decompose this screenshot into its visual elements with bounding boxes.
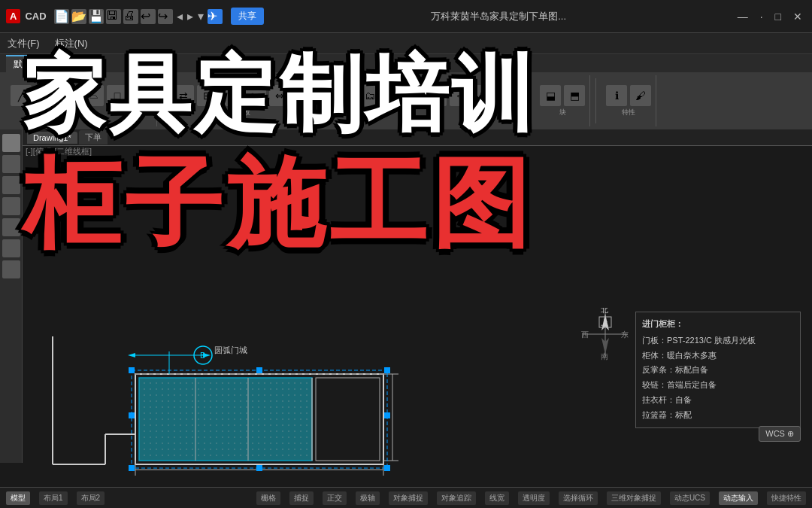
draw-icons: ╱ ⌒ ○ ⌓ □ ▦ [11,85,152,106]
text-icon[interactable]: T [426,85,447,106]
circle-icon[interactable]: ○ [59,85,80,106]
svg-text:东: 东 [621,330,629,339]
maximize-button[interactable]: □ [771,9,785,24]
window-title: 万科莱茵半岛家具定制下单图... [264,10,734,23]
divider3 [415,78,416,123]
status-bar: 模型 布局1 布局2 栅格 捕捉 正交 极轴 对象捕捉 对象追踪 线宽 透明度 … [0,487,812,508]
block-label: 块 [559,108,566,117]
snap-toggle[interactable]: 捕捉 [289,491,314,505]
polar-toggle[interactable]: 极轴 [356,491,380,505]
properties-icon[interactable]: ℹ [606,85,627,106]
down-arrow[interactable]: ▾ [196,9,205,23]
copy-icon[interactable]: ⊞ [197,85,218,106]
ortho-toggle[interactable]: 正交 [323,491,347,505]
send-icon[interactable]: ✈ [208,9,223,24]
modify-label: 修改 [237,108,250,117]
status-layout2[interactable]: 布局2 [77,491,105,505]
dyninput-toggle[interactable]: 动态输入 [719,491,758,505]
minimize-button[interactable]: — [734,9,752,24]
dynucs-toggle[interactable]: 动态UCS [670,491,710,505]
close-button[interactable]: ✕ [789,9,806,24]
app-logo: A [6,9,20,23]
menu-file[interactable]: 文件(F) [5,35,43,52]
ribbon-tab-plugin[interactable]: 插件 [41,55,74,71]
dim-icon[interactable]: ↔ [450,85,471,106]
rect-icon[interactable]: □ [107,85,128,106]
rotate-icon[interactable]: ↻ [221,85,242,106]
modify-icons: ⇄ ⊞ ↻ ✂ ⇔ ⤢ [173,85,314,106]
info-title: 进门柜柜： [642,317,794,332]
menu-annotation[interactable]: 标注(N) [52,35,91,52]
tool-circle[interactable] [2,197,20,215]
new-icon[interactable]: 📄 [54,9,69,24]
arc-icon[interactable]: ⌓ [83,85,104,106]
ribbon-section-annotation: T ↔ ⊞ 📏 注释 [421,75,524,126]
open-icon[interactable]: 📂 [71,9,86,24]
layer-props-icon[interactable]: 🗂 [359,85,380,106]
quickprop-toggle[interactable]: 快捷特性 [767,491,806,505]
svg-rect-32 [129,412,135,418]
undo-icon[interactable]: ↩ [141,9,156,24]
redo-icon[interactable]: ↪ [158,9,173,24]
print-icon[interactable]: 🖨 [123,9,138,24]
osnap-toggle[interactable]: 对象捕捉 [389,491,428,505]
trim-icon[interactable]: ✂ [245,85,266,106]
drawing-tab-order[interactable]: 下单 [79,130,108,144]
move-icon[interactable]: ⇄ [173,85,194,106]
title-bar: A CAD 📄 📂 💾 🖫 🖨 ↩ ↪ ◂ ▸ ▾ ✈ 共享 万科莱茵半岛家具定… [0,0,812,33]
ribbon-content: ╱ ⌒ ○ ⌓ □ ▦ 绘图 ⇄ ⊞ ↻ ✂ ⇔ ⤢ 修改 ≡ 🗂 ❄ 图层 T [0,72,812,129]
tool-select[interactable] [2,134,20,152]
left-sidebar [0,129,23,463]
forward-arrow[interactable]: ▸ [186,9,195,23]
tool-text[interactable] [2,239,20,257]
tool-polyline[interactable] [2,176,20,194]
insert-block-icon[interactable]: ⬓ [540,85,561,106]
status-layout1[interactable]: 布局1 [39,491,68,505]
saveas-icon[interactable]: 🖫 [106,9,121,24]
otrack-toggle[interactable]: 对象追踪 [437,491,476,505]
share-button[interactable]: 共享 [231,8,264,25]
save-icon[interactable]: 💾 [89,9,104,24]
ribbon-tab-bar: 默认 插件 [0,54,812,72]
info-line2: 柜体：暖白奈木多惠 [642,348,794,364]
info-line6: 拉篮器：标配 [642,408,794,423]
layer-freeze-icon[interactable]: ❄ [383,85,404,106]
draw-label: 绘图 [74,108,88,117]
polyline-icon[interactable]: ⌒ [35,85,56,106]
3dosnap-toggle[interactable]: 三维对象捕捉 [607,491,661,505]
svg-rect-7 [316,378,380,461]
selcycle-toggle[interactable]: 选择循环 [559,491,598,505]
table-icon[interactable]: ⊞ [474,85,495,106]
tool-arc[interactable] [2,218,20,236]
ribbon-section-properties: ℹ 🖌 特性 [601,75,656,126]
layer-icon[interactable]: ≡ [335,85,356,106]
svg-rect-31 [256,465,262,471]
north-indicator: 北 南 东 西 上 [579,308,632,360]
tool-line[interactable] [2,155,20,173]
quick-access-toolbar: 📄 📂 💾 🖫 🖨 ↩ ↪ ◂ ▸ ▾ ✈ 共享 [54,8,264,25]
back-arrow[interactable]: ◂ [175,9,184,23]
svg-rect-26 [129,367,135,373]
make-block-icon[interactable]: ⬒ [564,85,585,106]
tool-dim[interactable] [2,260,20,278]
line-icon[interactable]: ╱ [11,85,32,106]
scale-icon[interactable]: ⤢ [293,85,314,106]
drawing-tab-drawing1[interactable]: Drawing1* [27,132,77,144]
info-line1: 门板：PST-2213/C 肤感月光板 [642,333,794,348]
grid-toggle[interactable]: 栅格 [256,491,280,505]
view-label: [-][俯视][二维线框] [26,146,92,157]
status-model[interactable]: 模型 [6,491,30,505]
ribbon-tab-default[interactable]: 默认 [6,55,39,72]
ruler-icon[interactable]: 📏 [498,85,519,106]
transparency-toggle[interactable]: 透明度 [518,491,550,505]
svg-text:圆弧门城: 圆弧门城 [214,345,247,354]
svg-rect-30 [256,367,262,373]
hatch-icon[interactable]: ▦ [131,85,152,106]
matchprop-icon[interactable]: 🖌 [630,85,651,106]
wcs-button[interactable]: WCS ⊕ [759,426,801,442]
ribbon-section-layers: ≡ 🗂 ❄ 图层 [331,75,410,126]
main-drawing-area[interactable]: B 圆弧门城 [23,146,812,487]
mirror-icon[interactable]: ⇔ [269,85,290,106]
point-button[interactable]: · [756,9,767,24]
lineweight-toggle[interactable]: 线宽 [485,491,509,505]
